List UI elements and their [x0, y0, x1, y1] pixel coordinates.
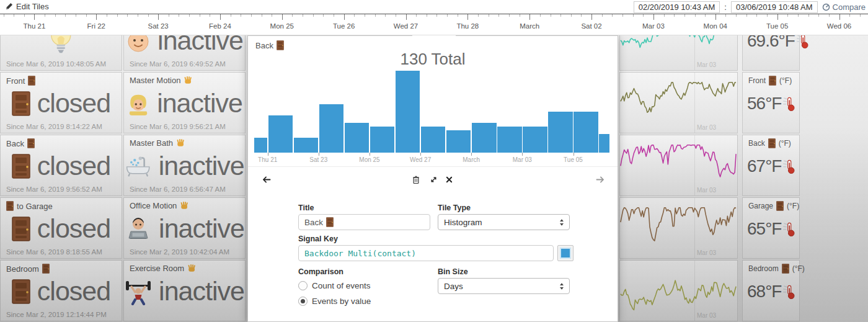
- tile-status: inactive: [124, 85, 245, 122]
- sparkline-tile[interactable]: Mar 03: [619, 260, 738, 321]
- timeline-tick: [427, 14, 427, 17]
- timeline-tick: [808, 14, 809, 17]
- tile-title: Exercise Room: [130, 264, 197, 273]
- status-tile[interactable]: FrontclosedSince Mar 6, 2019 8:14:22 AM: [0, 72, 122, 133]
- tile-title: to Garage: [6, 201, 53, 211]
- temperature-value-text: 56°F: [747, 94, 781, 114]
- color-swatch: [560, 248, 571, 259]
- timeline-tick: [344, 14, 345, 20]
- status-tile[interactable]: BedroomclosedSince Mar 2, 2019 12:14:44 …: [0, 260, 122, 321]
- timeline-tick: [251, 14, 252, 17]
- timeline-tick: [200, 14, 200, 17]
- close-editor-button[interactable]: [446, 174, 453, 185]
- expand-icon: [430, 176, 438, 184]
- temperature-tile[interactable]: Garage(°F)65°F: [742, 197, 800, 259]
- tile-since-label: Since Mar 6, 2019 8:18:55 AM: [6, 248, 102, 256]
- sparkline-tile[interactable]: Mar 03: [619, 72, 738, 133]
- man-laptop-icon: [125, 217, 152, 241]
- door-icon: [12, 91, 30, 116]
- timeline-tick: [272, 14, 272, 17]
- histogram-bar: [396, 71, 420, 153]
- bulb-icon: [49, 34, 73, 58]
- date-range-start-input[interactable]: 02/20/2019 10:43 AM: [634, 1, 720, 13]
- timeline-day-label: Mon 04: [704, 22, 727, 30]
- status-tile[interactable]: Exercise Roominactive: [123, 260, 246, 321]
- status-tile[interactable]: BackclosedSince Mar 6, 2019 9:56:52 AM: [0, 135, 122, 196]
- timeline-tick: [396, 14, 396, 17]
- histogram-tick: [574, 153, 574, 156]
- timeline-tick: [829, 14, 830, 17]
- timeline-tick: [540, 14, 541, 17]
- title-input[interactable]: Back: [298, 214, 430, 230]
- timeline-day-label: Mar 03: [642, 22, 665, 30]
- spark-grid-label: Mar 03: [697, 124, 716, 131]
- timeline-tick: [96, 14, 97, 20]
- sparkline-tile[interactable]: Mar 03: [619, 34, 738, 71]
- tile-title-text: Master Motion: [130, 76, 180, 85]
- prev-tile-button[interactable]: [262, 174, 272, 185]
- timeline-tick: [602, 14, 603, 17]
- timeline-tick: [560, 14, 561, 17]
- timeline-tick: [798, 14, 799, 17]
- color-swatch-button[interactable]: [557, 245, 574, 261]
- date-range-end-input[interactable]: 03/06/2019 10:48 AM: [731, 1, 818, 13]
- status-tile[interactable]: Master BathinactiveSince Mar 6, 2019 6:5…: [123, 135, 246, 196]
- baby-icon: [126, 34, 151, 53]
- timeline-tick: [241, 14, 241, 17]
- compare-label: Compare: [833, 2, 866, 12]
- temperature-tile[interactable]: 69.6°F: [742, 34, 800, 71]
- door-icon: [27, 138, 35, 148]
- timeline-tick: [777, 14, 778, 20]
- histogram-tick: [420, 153, 421, 156]
- timeline-tick: [282, 14, 283, 20]
- temperature-tile[interactable]: Back(°F)67°F: [742, 135, 800, 196]
- comparison-option[interactable]: Count of events: [298, 281, 371, 290]
- timeline-tick: [581, 14, 582, 17]
- signal-key-input[interactable]: Backdoor Multi(contact): [298, 245, 554, 261]
- timeline-tick: [571, 14, 572, 17]
- spark-grid-label: Mar 03: [697, 249, 716, 256]
- timeline-axis[interactable]: Thu 21Fri 22Sat 23Feb 24Mon 25Tue 26Wed …: [0, 14, 868, 35]
- temperature-tile[interactable]: Front(°F)56°F: [742, 72, 800, 133]
- timeline-tick: [509, 14, 510, 17]
- chart-divider: [248, 166, 618, 167]
- histogram-bar: [472, 123, 497, 153]
- tile-type-label: Tile Type: [438, 203, 471, 212]
- status-tile[interactable]: Office MotioninactiveSince Mar 2, 2019 1…: [123, 197, 246, 259]
- trash-icon: [412, 175, 420, 184]
- status-tile[interactable]: Master MotioninactiveSince Mar 6, 2019 9…: [123, 72, 246, 133]
- tile-title-text: Back: [748, 139, 765, 148]
- next-tile-button[interactable]: [595, 174, 605, 185]
- dashboard-app: Edit Tiles 02/20/2019 10:43 AM : 03/06/2…: [0, 0, 868, 322]
- sparkline-tile[interactable]: Mar 03: [619, 135, 738, 196]
- status-tile[interactable]: inactiveSince Mar 6, 2019 6:49:52 AM: [123, 34, 246, 71]
- sparkline-tile[interactable]: Mar 03: [619, 197, 738, 259]
- timeline-tick: [406, 14, 407, 20]
- timeline-tick: [849, 14, 850, 17]
- status-tile[interactable]: to GarageclosedSince Mar 6, 2019 8:18:55…: [0, 197, 122, 259]
- tile-type-select[interactable]: Histogram: [438, 214, 570, 230]
- timeline-tick: [4, 14, 4, 17]
- expand-tile-button[interactable]: [430, 174, 438, 185]
- tile-status-text: closed: [37, 90, 110, 117]
- timeline-tick: [746, 14, 747, 17]
- timeline-tick: [189, 14, 190, 17]
- bin-size-select[interactable]: Days: [438, 278, 570, 294]
- temperature-tile[interactable]: Bedroom(°F)68°F: [742, 260, 800, 321]
- compare-button[interactable]: Compare: [822, 2, 866, 12]
- status-tile[interactable]: Since Mar 6, 2019 10:48:05 AM: [0, 34, 122, 71]
- radio-button[interactable]: [298, 281, 308, 290]
- timeline-day-label: Fri 22: [87, 22, 105, 30]
- temperature-value: 56°F: [747, 94, 797, 114]
- tile-status: closed: [1, 273, 122, 310]
- edit-tiles-button[interactable]: Edit Tiles: [5, 2, 49, 11]
- timeline-tick: [354, 14, 355, 17]
- timeline-tick: [489, 14, 489, 17]
- tile-title-text: Office Motion: [130, 201, 177, 210]
- delete-tile-button[interactable]: [412, 174, 420, 185]
- timeline-day-label: Wed 06: [827, 22, 851, 30]
- tile-title-text: Exercise Room: [130, 264, 184, 273]
- radio-button[interactable]: [298, 297, 308, 306]
- comparison-option[interactable]: Events by value: [298, 297, 371, 306]
- door-icon: [28, 76, 35, 86]
